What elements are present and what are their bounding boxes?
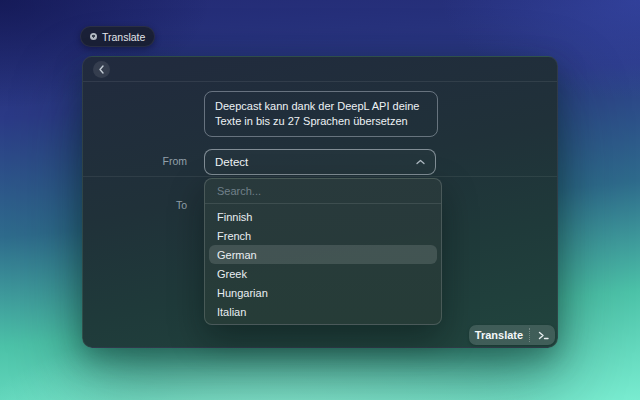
dropdown-option-hungarian[interactable]: Hungarian: [209, 283, 437, 302]
translate-action-button[interactable]: Translate: [469, 325, 555, 345]
language-search-input[interactable]: [205, 179, 441, 203]
chevron-up-icon: [416, 159, 425, 165]
language-option-list: Finnish French German Greek Hungarian It…: [205, 204, 441, 325]
dropdown-option-greek[interactable]: Greek: [209, 264, 437, 283]
language-dropdown-panel: Finnish French German Greek Hungarian It…: [204, 178, 442, 325]
from-select-value: Detect: [215, 156, 248, 168]
from-label: From: [141, 155, 187, 167]
dropdown-option-german[interactable]: German: [209, 245, 437, 264]
launcher-pill[interactable]: Translate: [80, 26, 155, 47]
launcher-label: Translate: [102, 31, 145, 43]
enter-prompt-icon: [531, 325, 555, 345]
dropdown-option-french[interactable]: French: [209, 226, 437, 245]
to-label: To: [141, 199, 187, 211]
extension-icon: [90, 33, 97, 40]
header-divider: [83, 81, 557, 82]
translate-action-label: Translate: [469, 325, 529, 345]
source-text-field[interactable]: Deepcast kann dank der DeepL API deine T…: [204, 91, 438, 137]
window-header: [83, 57, 557, 81]
dropdown-option-finnish[interactable]: Finnish: [209, 207, 437, 226]
dropdown-option-italian[interactable]: Italian: [209, 302, 437, 321]
chevron-left-icon: [98, 65, 105, 74]
translate-window: Deepcast kann dank der DeepL API deine T…: [82, 56, 558, 348]
from-language-select[interactable]: Detect: [204, 149, 436, 175]
back-button[interactable]: [93, 61, 110, 78]
section-divider: [83, 176, 557, 177]
desktop-background: Translate Deepcast kann dank der DeepL A…: [0, 0, 640, 400]
